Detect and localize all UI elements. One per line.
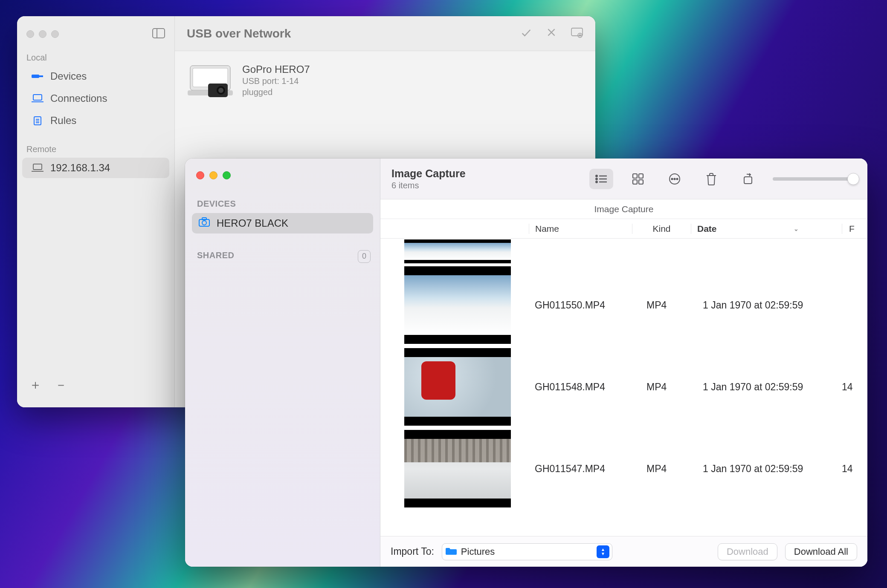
svg-point-16 bbox=[579, 35, 580, 36]
sidebar-item-rules[interactable]: Rules bbox=[22, 110, 169, 131]
file-name: GH011547.MP4 bbox=[535, 463, 638, 475]
import-destination-name: Pictures bbox=[461, 546, 592, 557]
sidebar-section-remote: Remote bbox=[17, 132, 174, 157]
rotate-button[interactable] bbox=[736, 169, 760, 189]
grid-view-button[interactable] bbox=[626, 169, 650, 189]
thumbnail-size-slider[interactable] bbox=[773, 177, 854, 181]
sidebar-item-connections[interactable]: Connections bbox=[22, 88, 169, 109]
sidebar-item-label: HERO7 BLACK bbox=[217, 217, 288, 229]
svg-rect-40 bbox=[744, 177, 752, 184]
window-controls bbox=[17, 22, 174, 40]
usb-sidebar: Local Devices Connections Rules Remote 1… bbox=[17, 16, 175, 407]
svg-point-24 bbox=[202, 221, 206, 225]
checkmark-icon[interactable] bbox=[520, 27, 532, 40]
svg-point-22 bbox=[218, 88, 223, 93]
table-row[interactable]: GH011547.MP4 MP4 1 Jan 1970 at 02:59:59 … bbox=[380, 428, 867, 510]
svg-rect-14 bbox=[571, 28, 583, 36]
list-view-button[interactable] bbox=[589, 169, 613, 189]
device-card[interactable]: GoPro HERO7 USB port: 1-14 plugged bbox=[175, 51, 595, 110]
file-thumbnail bbox=[404, 239, 511, 263]
file-name: GH011548.MP4 bbox=[535, 381, 638, 393]
sidebar-item-label: Devices bbox=[50, 70, 87, 82]
add-button[interactable]: ＋ bbox=[29, 376, 42, 394]
remove-button[interactable]: － bbox=[55, 376, 67, 394]
ic-footer: Import To: Pictures ▲▼ Download Download… bbox=[380, 536, 867, 567]
subtitle-bar: Image Capture bbox=[380, 199, 867, 219]
table-row[interactable]: GH011550.MP4 MP4 1 Jan 1970 at 02:59:59 bbox=[380, 264, 867, 346]
file-thumbnail bbox=[404, 266, 511, 344]
column-header-extra[interactable]: F bbox=[842, 224, 867, 234]
file-thumbnail bbox=[404, 348, 511, 426]
slider-knob[interactable] bbox=[847, 173, 859, 185]
close-window-button[interactable] bbox=[26, 30, 34, 38]
import-destination-select[interactable]: Pictures ▲▼ bbox=[442, 543, 612, 560]
import-to-label: Import To: bbox=[391, 546, 434, 557]
sidebar-section-local: Local bbox=[17, 40, 174, 65]
sidebar-item-devices[interactable]: Devices bbox=[22, 66, 169, 86]
usb-titlebar: USB over Network bbox=[175, 16, 595, 51]
window-title: Image Capture bbox=[391, 167, 466, 180]
download-all-button[interactable]: Download All bbox=[785, 543, 857, 560]
file-date: 1 Jan 1970 at 02:59:59 bbox=[697, 463, 842, 475]
more-options-button[interactable] bbox=[663, 169, 687, 189]
ic-sidebar: DEVICES HERO7 BLACK SHARED 0 bbox=[185, 159, 380, 567]
sidebar-item-remote-host[interactable]: 192.168.1.34 bbox=[22, 158, 169, 178]
file-date: 1 Jan 1970 at 02:59:59 bbox=[697, 381, 842, 393]
device-thumb bbox=[188, 62, 233, 99]
file-date: 1 Jan 1970 at 02:59:59 bbox=[697, 300, 842, 311]
table-row[interactable]: GH011548.MP4 MP4 1 Jan 1970 at 02:59:59 … bbox=[380, 346, 867, 428]
sidebar-item-label: Connections bbox=[50, 92, 107, 104]
file-kind: MP4 bbox=[638, 381, 697, 393]
zoom-window-button[interactable] bbox=[51, 30, 59, 38]
minimize-window-button[interactable] bbox=[39, 30, 46, 38]
usb-icon bbox=[32, 72, 43, 81]
column-header-name[interactable]: Name bbox=[529, 224, 632, 234]
device-name: GoPro HERO7 bbox=[242, 63, 310, 75]
download-button[interactable]: Download bbox=[718, 543, 777, 560]
item-count: 6 items bbox=[391, 181, 466, 190]
svg-point-30 bbox=[596, 181, 597, 183]
close-icon[interactable] bbox=[546, 27, 557, 40]
column-header-date[interactable]: Date ⌄ bbox=[691, 224, 842, 234]
file-list[interactable]: GH011550.MP4 MP4 1 Jan 1970 at 02:59:59 … bbox=[380, 239, 867, 536]
svg-point-37 bbox=[671, 178, 672, 179]
sidebar-item-device[interactable]: HERO7 BLACK bbox=[192, 213, 373, 233]
device-info: GoPro HERO7 USB port: 1-14 plugged bbox=[242, 63, 310, 98]
laptop-icon bbox=[32, 94, 43, 103]
file-name: GH011550.MP4 bbox=[535, 300, 638, 311]
file-thumbnail bbox=[404, 430, 511, 507]
minimize-window-button[interactable] bbox=[209, 171, 217, 179]
svg-point-28 bbox=[596, 178, 597, 180]
file-kind: MP4 bbox=[638, 300, 697, 311]
device-status: plugged bbox=[242, 86, 310, 98]
device-settings-icon[interactable] bbox=[571, 27, 583, 40]
close-window-button[interactable] bbox=[196, 171, 204, 179]
svg-rect-10 bbox=[33, 164, 42, 170]
svg-point-39 bbox=[676, 178, 678, 179]
svg-rect-35 bbox=[639, 180, 643, 184]
svg-rect-33 bbox=[639, 174, 643, 178]
sidebar-section-devices: DEVICES bbox=[185, 184, 380, 213]
window-title: USB over Network bbox=[187, 27, 291, 40]
ic-main: Image Capture 6 items Image Ca bbox=[380, 159, 867, 567]
svg-rect-32 bbox=[633, 174, 637, 178]
sidebar-item-label: 192.168.1.34 bbox=[50, 162, 110, 174]
window-controls bbox=[185, 166, 380, 184]
laptop-icon bbox=[32, 163, 43, 173]
delete-button[interactable] bbox=[699, 169, 723, 189]
zoom-window-button[interactable] bbox=[223, 171, 231, 179]
svg-point-38 bbox=[674, 178, 675, 179]
svg-rect-25 bbox=[202, 218, 206, 220]
chevron-down-icon: ⌄ bbox=[794, 225, 799, 232]
folder-icon bbox=[446, 547, 457, 557]
ic-toolbar: Image Capture 6 items bbox=[380, 159, 867, 199]
sidebar-toggle-icon[interactable] bbox=[152, 28, 165, 40]
clipboard-icon bbox=[32, 116, 43, 125]
file-extra: 14 bbox=[842, 463, 867, 475]
column-headers: Name Kind Date ⌄ F bbox=[380, 219, 867, 239]
svg-rect-4 bbox=[33, 95, 42, 100]
svg-rect-3 bbox=[39, 75, 43, 77]
table-row[interactable] bbox=[380, 239, 867, 264]
file-kind: MP4 bbox=[638, 463, 697, 475]
column-header-kind[interactable]: Kind bbox=[632, 224, 691, 234]
